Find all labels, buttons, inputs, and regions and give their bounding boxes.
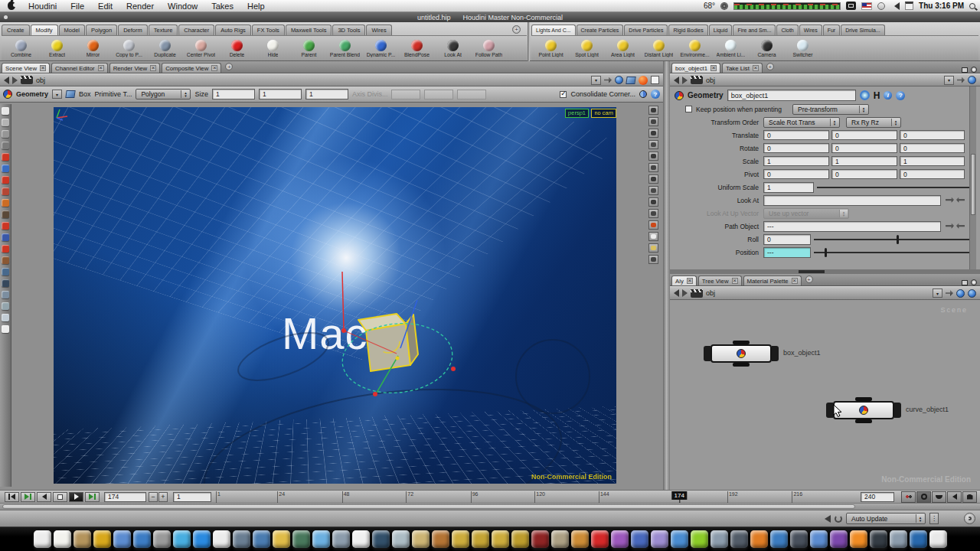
roll-field[interactable]: 0: [763, 234, 811, 245]
tool-icon[interactable]: [2, 153, 9, 161]
jump-to-start-button[interactable]: [5, 492, 19, 502]
position-slider[interactable]: [814, 252, 972, 253]
cpu-history-graph-icon[interactable]: [733, 2, 841, 10]
menu-clock[interactable]: Thu 3:16 PM: [919, 2, 964, 10]
dock-icon[interactable]: [492, 530, 509, 548]
dock-icon[interactable]: [213, 530, 230, 548]
network-node[interactable]: box_object1: [704, 343, 779, 364]
dock-icon[interactable]: [292, 530, 310, 548]
viewport-3d-scene[interactable]: Mac persp1 no cam Non-Com: [54, 107, 616, 484]
menu-item[interactable]: Houdini: [21, 2, 64, 11]
gear-icon[interactable]: [720, 2, 728, 10]
vector-z-field[interactable]: 1: [900, 156, 965, 166]
pane-menu-icon[interactable]: [971, 279, 977, 285]
timeline[interactable]: 1 24 48 72 96 120 144 192 216: [216, 491, 856, 503]
spotlight-search-icon[interactable]: [969, 3, 975, 9]
roll-slider[interactable]: [814, 239, 972, 240]
tool-icon[interactable]: [2, 222, 9, 230]
shelf-tab[interactable]: Character: [178, 24, 214, 35]
dopesheet-button[interactable]: [901, 491, 916, 503]
dock-icon[interactable]: [790, 530, 808, 548]
node-body[interactable]: [710, 344, 772, 363]
context-type-icon[interactable]: [21, 76, 33, 84]
path-back-icon[interactable]: [674, 77, 679, 84]
vector-x-field[interactable]: 0: [763, 130, 829, 140]
select-node-icon[interactable]: [860, 90, 870, 100]
pane-divider[interactable]: [663, 61, 670, 490]
node-output-connector[interactable]: [855, 419, 872, 423]
shelf-tool[interactable]: Mirror: [75, 37, 111, 60]
updown-icon[interactable]: [181, 90, 189, 98]
shelf-tool[interactable]: Environme...: [677, 37, 713, 60]
path-object-field[interactable]: ---: [763, 221, 941, 232]
view-control-icon[interactable]: [648, 220, 658, 230]
path-forward-icon[interactable]: [682, 289, 688, 297]
bluetooth-icon[interactable]: [877, 2, 885, 10]
path-dropdown-icon[interactable]: [591, 76, 601, 85]
close-tab-icon[interactable]: [710, 65, 717, 71]
updown-icon[interactable]: [859, 106, 867, 113]
window-title-bar[interactable]: untitled.hip Houdini Master Non-Commerci…: [0, 12, 980, 22]
shelf-tab[interactable]: Cloth: [776, 24, 798, 35]
tool-icon[interactable]: [2, 142, 9, 149]
dock-icon[interactable]: [511, 530, 529, 548]
scrollbar-thumb[interactable]: [2, 504, 855, 509]
help-icon[interactable]: [651, 90, 660, 99]
dock-icon[interactable]: [830, 530, 848, 548]
pane-maximize-icon[interactable]: [962, 67, 968, 73]
dock-icon[interactable]: [312, 530, 330, 548]
menu-item[interactable]: Takes: [204, 2, 240, 11]
shelf-tool[interactable]: Parent: [291, 37, 327, 60]
tool-icon[interactable]: [2, 119, 9, 126]
shelf-tool[interactable]: Spot Light: [569, 37, 605, 60]
pane-tab[interactable]: Composite View: [162, 63, 221, 73]
node-chooser-icon[interactable]: [946, 223, 954, 230]
vector-y-field[interactable]: 0: [831, 130, 897, 140]
shelf-tab[interactable]: Create: [2, 24, 30, 35]
shelf-tab[interactable]: Liquid: [709, 24, 733, 35]
link-icon[interactable]: [957, 77, 965, 83]
dock-icon[interactable]: [253, 530, 270, 548]
size-z-field[interactable]: 1: [305, 89, 348, 99]
recook-icon[interactable]: [835, 515, 842, 523]
volume-icon[interactable]: [890, 2, 900, 10]
position-field[interactable]: ---: [763, 247, 811, 258]
link-icon[interactable]: [604, 77, 612, 83]
menu-item[interactable]: File: [64, 2, 91, 11]
view-control-icon[interactable]: [648, 186, 658, 195]
sync-icon[interactable]: [968, 76, 976, 84]
timeline-scrollbar[interactable]: [0, 503, 980, 510]
tool-icon[interactable]: [2, 302, 9, 310]
material-ball-icon[interactable]: [639, 76, 648, 85]
update-mode-select[interactable]: Auto Update: [846, 513, 926, 524]
pane-tab[interactable]: Aly: [671, 276, 697, 285]
frame-decrement-button[interactable]: −: [149, 492, 158, 502]
shelf-tab[interactable]: Deform: [118, 24, 148, 35]
shelf-tool[interactable]: Delete: [219, 37, 255, 60]
dock-icon[interactable]: [93, 530, 111, 548]
size-x-field[interactable]: 1: [212, 89, 255, 99]
view-control-icon[interactable]: [648, 129, 658, 138]
color-swatch-icon[interactable]: [651, 76, 659, 84]
cook-indicator-icon[interactable]: [964, 513, 975, 524]
shelf-tool[interactable]: Distant Light: [641, 37, 677, 60]
shelf-tab[interactable]: FX Tools: [252, 24, 285, 35]
path-text[interactable]: obj: [36, 77, 45, 84]
view-control-icon[interactable]: [648, 140, 658, 149]
add-shelf-tab-icon[interactable]: [512, 25, 521, 34]
window-button[interactable]: [4, 15, 8, 19]
dock-icon[interactable]: [193, 530, 211, 548]
shelf-tool[interactable]: Extract: [39, 37, 75, 60]
close-tab-icon[interactable]: [792, 278, 798, 284]
scrollbar-thumb[interactable]: [799, 270, 825, 273]
context-label[interactable]: Geometry: [16, 90, 48, 98]
vector-z-field[interactable]: 0: [900, 143, 965, 153]
cook-arrow-icon[interactable]: [825, 515, 831, 523]
new-pane-tab-icon[interactable]: [805, 276, 813, 283]
shelf-tab[interactable]: Wires: [366, 24, 391, 35]
next-keyframe-button[interactable]: [85, 492, 100, 502]
menu-item[interactable]: Window: [161, 2, 204, 11]
shelf-tab[interactable]: Create Particles: [577, 24, 624, 35]
node-left-flag[interactable]: [826, 403, 833, 418]
tool-icon[interactable]: [2, 325, 9, 333]
